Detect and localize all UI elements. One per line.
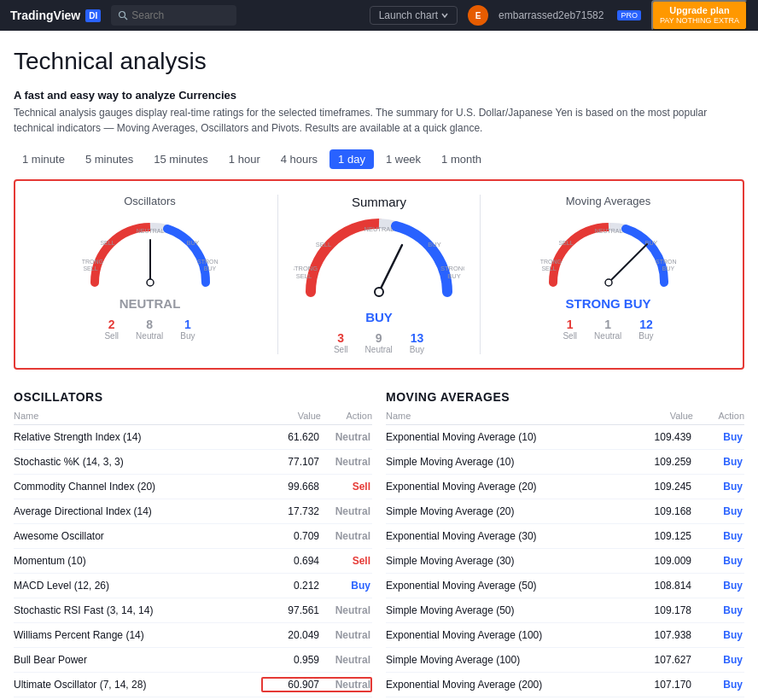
search-input[interactable] bbox=[131, 9, 230, 21]
row-action: Sell bbox=[323, 481, 370, 493]
svg-text:BUY: BUY bbox=[428, 241, 440, 248]
table-row: Ultimate Oscillator (7, 14, 28)60.907Neu… bbox=[14, 673, 372, 697]
table-row: Exponential Moving Average (200)107.170B… bbox=[386, 673, 744, 697]
svg-text:SELL: SELL bbox=[558, 240, 573, 246]
search-box[interactable] bbox=[111, 5, 236, 26]
username: embarrassed2eb71582 bbox=[499, 9, 603, 21]
row-value: 60.907 bbox=[263, 679, 323, 691]
table-row: Average Directional Index (14)17.732Neut… bbox=[14, 499, 372, 524]
row-value: 61.620 bbox=[263, 431, 323, 443]
row-name: MACD Level (12, 26) bbox=[14, 580, 261, 592]
tab-1minute[interactable]: 1 minute bbox=[14, 149, 73, 169]
tab-1day[interactable]: 1 day bbox=[329, 149, 374, 169]
row-name: Ultimate Oscillator (7, 14, 28) bbox=[14, 679, 261, 691]
oscillators-verdict: NEUTRAL bbox=[29, 296, 271, 311]
svg-text:SELL: SELL bbox=[541, 265, 556, 271]
table-row: Williams Percent Range (14)20.049Neutral bbox=[14, 623, 372, 648]
row-values: 107.627Buy bbox=[633, 652, 744, 668]
summary-title: Summary bbox=[285, 195, 473, 209]
logo-text: TradingView bbox=[10, 9, 80, 22]
svg-line-18 bbox=[379, 245, 402, 292]
tab-15minutes[interactable]: 15 minutes bbox=[145, 149, 217, 169]
row-name: Simple Moving Average (100) bbox=[386, 654, 633, 666]
svg-line-27 bbox=[609, 244, 647, 283]
row-value: 109.009 bbox=[635, 555, 695, 567]
row-values: 109.125Buy bbox=[633, 528, 744, 544]
table-row: Simple Moving Average (50)109.178Buy bbox=[386, 598, 744, 623]
row-value: 0.709 bbox=[263, 530, 323, 542]
tab-5minutes[interactable]: 5 minutes bbox=[77, 149, 142, 169]
row-value: 108.814 bbox=[635, 580, 695, 592]
summary-svg: STRONG SELL SELL NEUTRAL BUY STRONG BUY bbox=[285, 211, 473, 305]
oscillators-rows: Relative Strength Index (14)61.620Neutra… bbox=[14, 425, 372, 697]
row-name: Simple Moving Average (50) bbox=[386, 604, 633, 616]
tables-area: OSCILLATORS Name Value Action Relative S… bbox=[14, 390, 744, 700]
row-values: 20.049Neutral bbox=[261, 627, 372, 643]
pro-badge: PRO bbox=[617, 10, 641, 20]
row-action: Buy bbox=[695, 679, 743, 691]
row-action: Buy bbox=[695, 604, 743, 616]
row-action: Buy bbox=[323, 580, 370, 592]
oscillators-svg: STRONG SELL SELL NEUTRAL BUY STRONG BUY bbox=[29, 214, 271, 291]
row-value: 99.668 bbox=[263, 481, 323, 493]
row-action: Buy bbox=[695, 456, 743, 468]
row-values: 0.959Neutral bbox=[261, 652, 372, 668]
row-action: Neutral bbox=[323, 431, 370, 443]
oscillators-title: Oscillators bbox=[29, 195, 271, 207]
row-values: 107.938Buy bbox=[633, 627, 744, 643]
row-action: Buy bbox=[695, 580, 743, 592]
osc-col-value: Value bbox=[270, 411, 321, 421]
osc-col-action: Action bbox=[321, 411, 372, 421]
svg-text:STRONG: STRONG bbox=[294, 265, 318, 272]
table-row: Stochastic RSI Fast (3, 14, 14)97.561Neu… bbox=[14, 598, 372, 623]
svg-text:STRONG: STRONG bbox=[540, 259, 562, 265]
row-action: Neutral bbox=[323, 604, 370, 616]
divider-left bbox=[277, 195, 278, 354]
launch-chart-button[interactable]: Launch chart bbox=[370, 6, 458, 25]
moving-averages-gauge: Moving Averages STRONG SELL SELL NEUTRAL… bbox=[487, 195, 729, 341]
tab-1week[interactable]: 1 week bbox=[377, 149, 429, 169]
tab-1hour[interactable]: 1 hour bbox=[220, 149, 269, 169]
table-row: Exponential Moving Average (30)109.125Bu… bbox=[386, 524, 744, 549]
row-name: Relative Strength Index (14) bbox=[14, 431, 261, 443]
svg-text:BUY: BUY bbox=[186, 240, 199, 246]
svg-point-28 bbox=[605, 279, 612, 286]
row-value: 109.259 bbox=[635, 456, 695, 468]
table-row: Momentum (10)0.694Sell bbox=[14, 549, 372, 574]
row-values: 109.168Buy bbox=[633, 504, 744, 519]
sum-buy-count: 13 Buy bbox=[410, 331, 424, 354]
table-row: Exponential Moving Average (100)107.938B… bbox=[386, 623, 744, 648]
row-name: Williams Percent Range (14) bbox=[14, 629, 261, 641]
description-text: Technical analysis gauges display real-t… bbox=[14, 105, 744, 136]
chevron-down-icon bbox=[441, 12, 448, 19]
divider-right bbox=[480, 195, 481, 354]
tab-4hours[interactable]: 4 hours bbox=[272, 149, 326, 169]
svg-text:NEUTRAL: NEUTRAL bbox=[594, 228, 622, 234]
upgrade-button[interactable]: Upgrade plan PAY NOTHING EXTRA bbox=[651, 0, 748, 31]
row-name: Stochastic %K (14, 3, 3) bbox=[14, 456, 261, 468]
row-value: 109.125 bbox=[635, 530, 695, 542]
logo: TradingView DI bbox=[10, 9, 101, 22]
summary-gauge: Summary STRONG SELL SELL NEUTRAL BUY STR… bbox=[285, 195, 473, 354]
row-value: 20.049 bbox=[263, 629, 323, 641]
row-action: Neutral bbox=[323, 679, 370, 691]
row-values: 0.212Buy bbox=[261, 578, 372, 593]
ma-buy-count: 12 Buy bbox=[638, 318, 653, 341]
description-box: A fast and easy way to analyze Currencie… bbox=[14, 89, 744, 136]
table-row: Simple Moving Average (20)109.168Buy bbox=[386, 499, 744, 524]
row-name: Exponential Moving Average (50) bbox=[386, 580, 633, 592]
avatar: E bbox=[468, 5, 488, 26]
tab-1month[interactable]: 1 month bbox=[433, 149, 490, 169]
row-values: 0.694Sell bbox=[261, 553, 372, 569]
row-action: Neutral bbox=[323, 505, 370, 517]
row-values: 109.259Buy bbox=[633, 454, 744, 470]
svg-text:NEUTRAL: NEUTRAL bbox=[136, 228, 164, 234]
table-row: Exponential Moving Average (20)109.245Bu… bbox=[386, 475, 744, 499]
ma-counts: 1 Sell 1 Neutral 12 Buy bbox=[487, 318, 729, 341]
row-values: 61.620Neutral bbox=[261, 429, 372, 445]
moving-averages-table: MOVING AVERAGES Name Value Action Expone… bbox=[386, 390, 744, 700]
summary-counts: 3 Sell 9 Neutral 13 Buy bbox=[285, 331, 473, 354]
row-name: Average Directional Index (14) bbox=[14, 505, 261, 517]
row-name: Momentum (10) bbox=[14, 555, 261, 567]
row-value: 107.938 bbox=[635, 629, 695, 641]
